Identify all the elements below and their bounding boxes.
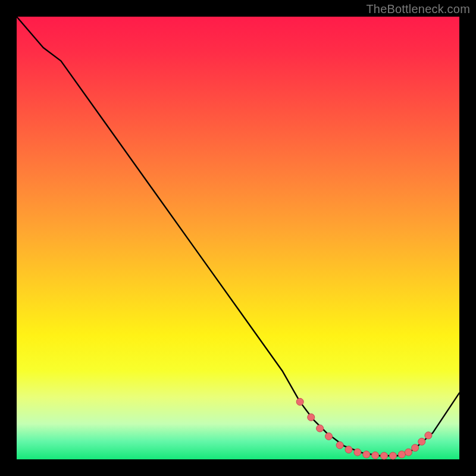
curve-marker [325, 433, 333, 440]
curve-marker [405, 449, 412, 456]
curve-line [17, 17, 459, 456]
curve-marker [363, 451, 370, 458]
curve-marker [412, 444, 419, 452]
curve-marker [425, 432, 432, 439]
curve-marker [354, 449, 361, 456]
curve-marker [308, 414, 315, 421]
watermark-text: TheBottleneck.com [366, 2, 470, 16]
curve-marker [345, 446, 352, 453]
chart-svg [17, 17, 459, 459]
chart-plot-area [17, 17, 459, 459]
curve-marker [381, 452, 388, 459]
curve-marker [389, 452, 396, 459]
curve-marker [296, 398, 303, 405]
chart-stage: TheBottleneck.com [0, 0, 476, 476]
curve-markers [296, 398, 432, 459]
curve-marker [372, 452, 379, 459]
curve-marker [317, 425, 324, 432]
curve-marker [398, 451, 405, 458]
curve-marker [336, 441, 343, 449]
curve-marker [418, 438, 425, 445]
